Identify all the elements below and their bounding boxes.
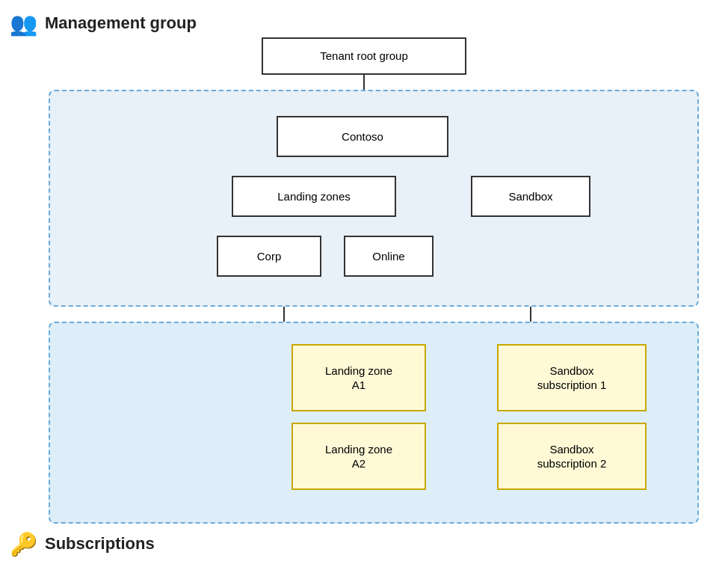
sandbox-sub2-node: Sandbox subscription 2 xyxy=(497,423,647,490)
landing-zone-a1-node: Landing zone A1 xyxy=(291,344,426,411)
main-container: 👥 Management group 🔑 Subscriptions Tenan… xyxy=(0,0,728,567)
tenant-root-node: Tenant root group xyxy=(262,37,466,75)
sandbox-sub1-node: Sandbox subscription 1 xyxy=(497,344,647,411)
mgmt-label-text: Management group xyxy=(45,13,197,33)
key-icon: 🔑 xyxy=(7,528,39,560)
online-node: Online xyxy=(344,236,434,277)
corp-node: Corp xyxy=(217,236,321,277)
sandbox-node: Sandbox xyxy=(471,176,590,217)
sub-label-text: Subscriptions xyxy=(45,534,155,554)
landing-zone-a2-node: Landing zone A2 xyxy=(291,423,426,490)
people-icon: 👥 xyxy=(7,7,39,39)
contoso-node: Contoso xyxy=(277,116,448,157)
sub-group-label: 🔑 Subscriptions xyxy=(7,528,155,560)
landing-zones-node: Landing zones xyxy=(232,176,396,217)
mgmt-group-label: 👥 Management group xyxy=(7,7,197,39)
